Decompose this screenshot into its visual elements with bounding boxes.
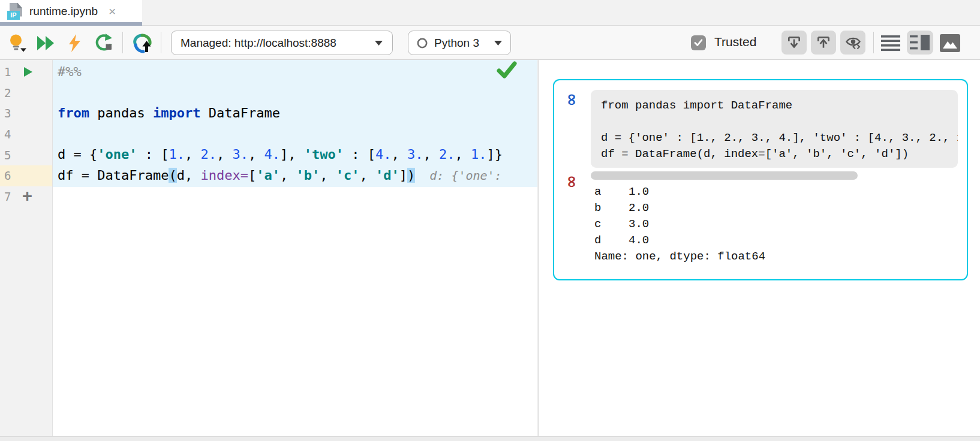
output-prompt: ∞ [564,175,581,189]
gutter-line: 6 [0,165,52,186]
toolbar-separator [873,32,874,53]
check-icon [693,37,704,49]
gutter-line: 5 [0,144,52,165]
input-prompt: ∞ [564,93,581,107]
preview-output-text: a 1.0 b 2.0 c 3.0 d 4.0 Name: one, dtype… [594,184,765,265]
code-line[interactable]: df = DataFrame(d, index=['a', 'b', 'c', … [58,165,503,186]
editor-only-toggle[interactable] [879,34,902,53]
notebook-toolbar: Managed: http://localhost:8888 Python 3 … [0,26,980,60]
gutter-line: 7+ [0,186,52,207]
preview-only-toggle[interactable] [938,33,962,53]
server-selector-value: Managed: http://localhost:8888 [181,37,336,50]
restart-kernel-icon[interactable] [92,32,114,54]
code-line[interactable] [58,83,503,104]
gutter-line: 3 [0,103,52,124]
tab-runtime-ipynb[interactable]: IP runtime.ipynb × [0,0,142,26]
editor-only-icon [881,35,900,52]
code-line[interactable] [58,186,503,207]
toolbar-separator [122,32,123,53]
line-number: 7 [0,190,19,203]
toolbar-separator [161,32,161,53]
split-view-toggle[interactable] [907,31,933,55]
chevron-down-icon [494,40,503,46]
tab-close-icon[interactable]: × [109,5,116,17]
line-number: 6 [0,169,19,182]
eye-code-icon [845,35,861,50]
gutter-line: 2 [0,83,52,104]
run-cell-icon[interactable] [23,67,33,77]
scroll-to-start-icon [816,35,831,50]
scroll-to-start-button[interactable] [811,31,836,55]
gutter-line: 4 [0,124,52,145]
code-line[interactable]: d = {'one' : [1., 2., 3., 4.], 'two' : [… [58,144,503,165]
line-number: 4 [0,128,19,141]
editor-code-lines: #%%from pandas import DataFramed = {'one… [58,62,503,207]
scroll-to-end-button[interactable] [781,31,807,55]
tab-bar: IP runtime.ipynb × [0,0,980,26]
scroll-to-end-icon [786,35,802,50]
code-line[interactable]: #%% [58,62,503,83]
execute-all-icon[interactable] [64,32,85,54]
jupyter-notebook-file-icon: IP [7,3,23,20]
preview-pane: ∞ from pandas import DataFrame d = {'one… [539,60,980,436]
preview-only-icon [940,34,960,52]
horizontal-scrollbar[interactable] [591,171,858,180]
code-line[interactable] [58,124,503,145]
cell-success-check-icon [497,61,517,81]
line-number: 1 [0,65,19,78]
kernel-selector-value: Python 3 [434,37,479,50]
preview-code-block[interactable]: from pandas import DataFrame d = {'one' … [591,90,958,168]
lightbulb-icon[interactable] [6,32,28,54]
preview-output-block: a 1.0 b 2.0 c 3.0 d 4.0 Name: one, dtype… [594,184,765,265]
preview-code-text: from pandas import DataFrame d = {'one' … [601,98,948,162]
gutter-line: 1 [0,62,52,83]
code-preview-button[interactable] [840,31,865,55]
kernel-selector[interactable]: Python 3 [408,31,511,55]
line-number: 5 [0,149,19,162]
editor-gutter-lines: 1234567+ [0,62,52,207]
trusted-checkbox[interactable] [691,35,706,50]
run-all-cells-icon[interactable] [35,32,56,54]
bottom-strip [0,436,980,441]
add-cell-icon[interactable]: + [22,189,32,203]
publish-icon[interactable] [131,32,153,54]
editor-pane[interactable]: #%%from pandas import DataFramed = {'one… [53,60,537,436]
editor-gutter: 1234567+ [0,60,53,436]
trusted-label: Trusted [714,35,756,49]
tab-title: runtime.ipynb [29,5,98,18]
split-view-icon [910,34,930,51]
code-line[interactable]: from pandas import DataFrame [58,103,503,124]
jupyter-server-selector[interactable]: Managed: http://localhost:8888 [171,31,393,55]
line-number: 2 [0,86,19,99]
kernel-status-icon [416,37,428,49]
chevron-down-icon [374,40,383,46]
line-number: 3 [0,107,19,120]
